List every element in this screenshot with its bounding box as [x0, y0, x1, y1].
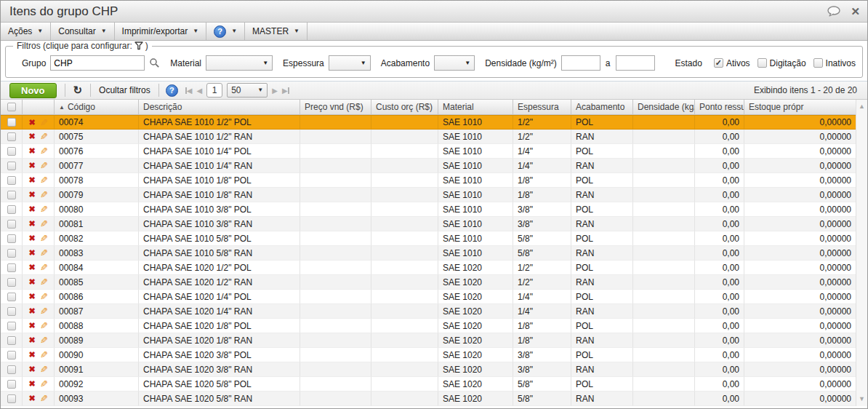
select-all-checkbox[interactable]: [7, 103, 16, 111]
header-material[interactable]: Material: [438, 100, 513, 114]
table-row[interactable]: ✖✎00076CHAPA SAE 1010 1/4" POLSAE 10101/…: [1, 144, 856, 159]
edit-pencil-icon[interactable]: ✎: [40, 263, 48, 272]
table-row[interactable]: ✖✎00090CHAPA SAE 1020 3/8" POLSAE 10203/…: [1, 348, 856, 362]
menu-acoes[interactable]: Ações ▼: [1, 23, 51, 40]
header-espessura[interactable]: Espessura: [513, 100, 571, 114]
prev-page-button[interactable]: ◀: [196, 87, 202, 95]
edit-pencil-icon[interactable]: ✎: [40, 219, 48, 229]
delete-icon[interactable]: ✖: [28, 293, 35, 301]
table-row[interactable]: ✖✎00081CHAPA SAE 1010 3/8" RANSAE 10103/…: [1, 217, 856, 231]
delete-icon[interactable]: ✖: [28, 220, 35, 228]
table-row[interactable]: ✖✎00083CHAPA SAE 1010 5/8" RANSAE 10105/…: [1, 246, 856, 261]
delete-icon[interactable]: ✖: [28, 147, 35, 155]
table-row[interactable]: ✖✎00087CHAPA SAE 1020 1/4" RANSAE 10201/…: [1, 304, 856, 319]
row-checkbox[interactable]: [7, 380, 16, 389]
edit-pencil-icon[interactable]: ✎: [40, 175, 48, 185]
table-row[interactable]: ✖✎00086CHAPA SAE 1020 1/4" POLSAE 10201/…: [1, 290, 856, 304]
estado-digitacao-checkbox[interactable]: Digitação: [758, 58, 806, 68]
estado-ativos-checkbox[interactable]: ✓ Ativos: [714, 58, 750, 68]
edit-pencil-icon[interactable]: ✎: [40, 394, 48, 403]
table-row[interactable]: ✖✎00079CHAPA SAE 1010 1/8" RANSAE 10101/…: [1, 188, 856, 202]
edit-pencil-icon[interactable]: ✎: [40, 321, 48, 330]
scroll-down-icon[interactable]: ▼: [859, 396, 865, 402]
delete-icon[interactable]: ✖: [28, 336, 35, 344]
menu-imprimir-exportar[interactable]: Imprimir/exportar ▼: [115, 23, 207, 40]
edit-pencil-icon[interactable]: ✎: [40, 204, 48, 214]
header-acabamento[interactable]: Acabamento: [571, 100, 633, 114]
edit-pencil-icon[interactable]: ✎: [40, 161, 48, 170]
edit-pencil-icon[interactable]: ✎: [40, 146, 48, 156]
row-checkbox[interactable]: [7, 307, 16, 316]
select-all-header[interactable]: [1, 100, 23, 114]
delete-icon[interactable]: ✖: [28, 278, 35, 286]
first-page-button[interactable]: ◀: [185, 87, 193, 95]
help-icon[interactable]: ?: [166, 84, 178, 97]
delete-icon[interactable]: ✖: [28, 322, 35, 330]
row-checkbox[interactable]: [7, 322, 16, 330]
espessura-select[interactable]: ▼: [329, 55, 371, 71]
row-checkbox[interactable]: [7, 205, 16, 214]
table-row[interactable]: ✖✎00077CHAPA SAE 1010 1/4" RANSAE 10101/…: [1, 159, 856, 173]
last-page-button[interactable]: ▶: [282, 87, 289, 95]
delete-icon[interactable]: ✖: [28, 394, 35, 402]
row-checkbox[interactable]: [7, 176, 16, 185]
table-row[interactable]: ✖✎00092CHAPA SAE 1020 5/8" POLSAE 10205/…: [1, 377, 856, 392]
row-checkbox[interactable]: [7, 263, 16, 272]
material-select[interactable]: ▼: [206, 55, 273, 71]
table-row[interactable]: ✖✎00078CHAPA SAE 1010 1/8" POLSAE 10101/…: [1, 173, 856, 188]
header-descricao[interactable]: Descrição: [139, 100, 300, 114]
row-checkbox[interactable]: [7, 147, 16, 156]
table-row[interactable]: ✖✎00084CHAPA SAE 1020 1/2" POLSAE 10201/…: [1, 261, 856, 275]
grupo-input[interactable]: [50, 55, 145, 71]
menu-consultar[interactable]: Consultar ▼: [51, 23, 114, 40]
table-row[interactable]: ✖✎00074CHAPA SAE 1010 1/2" POLSAE 10101/…: [1, 115, 856, 130]
row-checkbox[interactable]: [7, 132, 16, 141]
row-checkbox[interactable]: [7, 278, 16, 287]
densidade-min-input[interactable]: [561, 55, 600, 71]
refresh-button[interactable]: ↻: [71, 84, 86, 97]
table-row[interactable]: ✖✎00091CHAPA SAE 1020 3/8" RANSAE 10203/…: [1, 362, 856, 377]
edit-pencil-icon[interactable]: ✎: [40, 277, 48, 287]
delete-icon[interactable]: ✖: [28, 351, 35, 359]
header-codigo[interactable]: ▲ Código: [55, 100, 139, 114]
delete-icon[interactable]: ✖: [28, 365, 35, 373]
row-checkbox[interactable]: [7, 249, 16, 258]
delete-icon[interactable]: ✖: [28, 119, 35, 127]
delete-icon[interactable]: ✖: [28, 234, 35, 242]
header-custo[interactable]: Custo orç (R$): [371, 100, 438, 114]
table-row[interactable]: ✖✎00093CHAPA SAE 1020 5/8" RANSAE 10205/…: [1, 392, 856, 406]
header-estoque[interactable]: Estoque própr: [744, 100, 856, 114]
edit-pencil-icon[interactable]: ✎: [40, 132, 48, 141]
row-checkbox[interactable]: [7, 162, 16, 170]
delete-icon[interactable]: ✖: [28, 380, 35, 388]
row-checkbox[interactable]: [7, 365, 16, 374]
densidade-max-input[interactable]: [616, 55, 655, 71]
delete-icon[interactable]: ✖: [28, 249, 35, 257]
scroll-up-icon[interactable]: ▲: [859, 103, 865, 110]
vertical-scrollbar[interactable]: ▲ ▼: [856, 100, 867, 406]
next-page-button[interactable]: ▶: [272, 87, 278, 95]
row-checkbox[interactable]: [7, 234, 16, 243]
delete-icon[interactable]: ✖: [28, 162, 35, 170]
table-row[interactable]: ✖✎00082CHAPA SAE 1010 5/8" POLSAE 10105/…: [1, 231, 856, 246]
delete-icon[interactable]: ✖: [28, 191, 35, 199]
delete-icon[interactable]: ✖: [28, 263, 35, 271]
edit-pencil-icon[interactable]: ✎: [40, 248, 48, 258]
page-number-input[interactable]: 1: [206, 83, 222, 98]
table-row[interactable]: ✖✎00085CHAPA SAE 1020 1/2" RANSAE 10201/…: [1, 275, 856, 290]
edit-pencil-icon[interactable]: ✎: [40, 190, 48, 199]
estado-inativos-checkbox[interactable]: Inativos: [813, 58, 856, 68]
header-preco[interactable]: Preço vnd (R$): [300, 100, 371, 114]
header-densidade[interactable]: Densidade (kg/m: [633, 100, 695, 114]
delete-icon[interactable]: ✖: [28, 205, 35, 213]
table-row[interactable]: ✖✎00089CHAPA SAE 1020 1/8" RANSAE 10201/…: [1, 333, 856, 348]
row-checkbox[interactable]: [7, 394, 16, 403]
edit-pencil-icon[interactable]: ✎: [40, 306, 48, 316]
chat-bubble-icon[interactable]: [827, 6, 842, 17]
acabamento-select[interactable]: ▼: [434, 55, 475, 71]
edit-pencil-icon[interactable]: ✎: [40, 335, 48, 345]
row-checkbox[interactable]: [7, 191, 16, 199]
edit-pencil-icon[interactable]: ✎: [40, 350, 48, 360]
delete-icon[interactable]: ✖: [28, 132, 35, 140]
search-icon[interactable]: [149, 57, 160, 68]
